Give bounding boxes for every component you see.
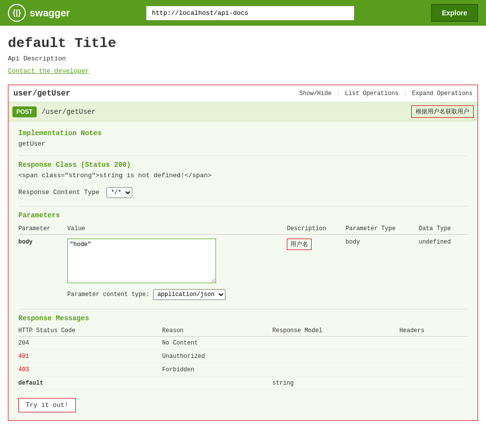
headers-204 (399, 337, 468, 350)
expand-operations-link[interactable]: Expand Operations (412, 90, 473, 97)
operation-details: Implementation Notes getUser Response Cl… (8, 121, 478, 420)
status-code-204: 204 (18, 337, 162, 350)
table-row: 204 No Content (18, 337, 468, 350)
separator1: | (336, 90, 340, 97)
th-description: Description (287, 223, 345, 235)
params-table: Parameter Value Description Parameter Ty… (18, 223, 468, 304)
headers-default (399, 377, 468, 390)
response-messages-label: Response Messages (18, 314, 468, 322)
param-content-type-label: Parameter content type: (67, 291, 150, 298)
response-content-type: Response Content Type */* (18, 187, 468, 198)
api-section-header: user/getUser Show/Hide | List Operations… (8, 85, 478, 102)
api-url-input[interactable] (146, 6, 354, 20)
page-title: default Title (8, 36, 478, 51)
table-row: 403 Forbidden (18, 363, 468, 377)
param-value-textarea[interactable]: "hode" (67, 239, 216, 283)
reason-204: No Content (162, 337, 272, 350)
contact-link[interactable]: Contact the developer (8, 67, 89, 75)
reason-403: Forbidden (162, 363, 272, 377)
separator2: | (403, 90, 407, 97)
param-type: body (346, 235, 419, 304)
operation-summary: 根据用户名获取用户 (411, 105, 474, 118)
explore-button[interactable]: Explore (431, 4, 478, 22)
param-desc-badge: 用户名 (287, 239, 312, 250)
table-row: default string (18, 377, 468, 390)
divider2 (18, 206, 468, 206)
param-name: body (18, 235, 67, 304)
api-section-title: user/getUser (13, 89, 70, 98)
param-description: 用户名 (287, 235, 345, 304)
param-content-type-select[interactable]: application/json (153, 289, 225, 300)
param-value-cell: "hode" Parameter content type: applicati… (67, 235, 287, 304)
status-code-401: 401 (18, 350, 162, 363)
response-class-value: <span class="strong">string is not defin… (18, 172, 468, 179)
endpoint-path: /user/getUser (42, 108, 411, 116)
params-label: Parameters (18, 211, 468, 219)
impl-notes-label: Implementation Notes (18, 129, 468, 137)
logo-text: swagger (30, 7, 70, 19)
status-code-default: default (18, 377, 162, 390)
model-default: string (272, 377, 399, 390)
api-section: user/getUser Show/Hide | List Operations… (8, 85, 478, 421)
impl-notes-value: getUser (18, 140, 468, 148)
th-status-code: HTTP Status Code (18, 325, 162, 337)
param-content-type: Parameter content type: application/json (67, 289, 283, 300)
th-parameter: Parameter (18, 223, 67, 235)
status-code-403: 403 (18, 363, 162, 377)
logo: {|} swagger (8, 4, 70, 22)
response-class-label: Response Class (Status 200) (18, 161, 468, 169)
show-hide-link[interactable]: Show/Hide (299, 90, 331, 97)
reason-default (162, 377, 272, 390)
response-content-type-select[interactable]: */* (107, 187, 132, 198)
model-401 (272, 350, 399, 363)
api-description: Api Description (8, 55, 478, 62)
response-table: HTTP Status Code Reason Response Model H… (18, 325, 468, 390)
headers-403 (399, 363, 468, 377)
th-data-type: Data Type (419, 223, 468, 235)
param-data-type: undefined (419, 235, 468, 304)
th-headers: Headers (399, 325, 468, 337)
model-403 (272, 363, 399, 377)
list-operations-link[interactable]: List Operations (345, 90, 398, 97)
swagger-icon: {|} (8, 4, 26, 22)
table-row: body "hode" Parameter content type: appl… (18, 235, 468, 304)
th-response-model: Response Model (272, 325, 399, 337)
headers-401 (399, 350, 468, 363)
api-section-actions: Show/Hide | List Operations | Expand Ope… (299, 90, 473, 97)
reason-401: Unauthorized (162, 350, 272, 363)
th-reason: Reason (162, 325, 272, 337)
table-row: 401 Unauthorized (18, 350, 468, 363)
response-content-type-label: Response Content Type (18, 189, 100, 196)
try-it-button[interactable]: Try it out! (18, 398, 76, 412)
th-value: Value (67, 223, 287, 235)
operation-row: POST /user/getUser 根据用户名获取用户 (8, 102, 478, 121)
th-parameter-type: Parameter Type (346, 223, 419, 235)
divider1 (18, 155, 468, 156)
main-content: default Title Api Description Contact th… (0, 26, 486, 436)
divider3 (18, 309, 468, 309)
header: {|} swagger Explore (0, 0, 486, 26)
method-badge: POST (12, 106, 37, 117)
model-204 (272, 337, 399, 350)
